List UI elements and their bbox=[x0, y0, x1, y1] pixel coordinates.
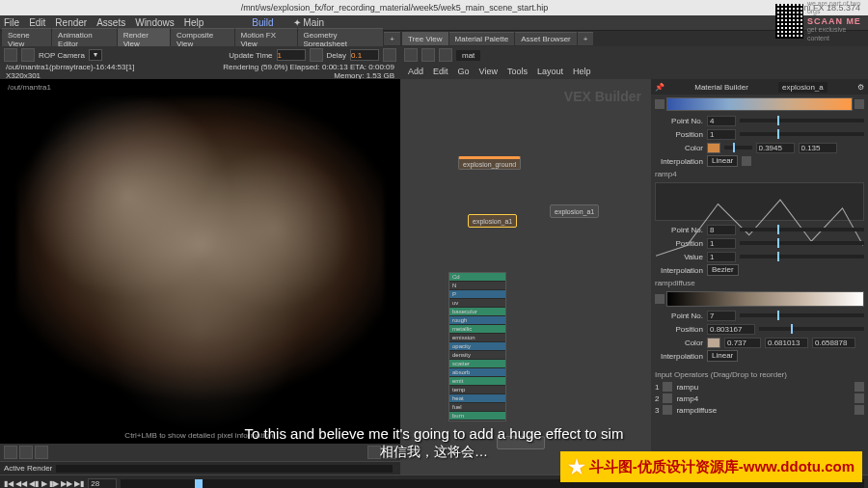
list-item[interactable]: uv bbox=[449, 299, 505, 308]
node-explosion-ground[interactable]: explosion_ground bbox=[458, 156, 521, 170]
list-item[interactable]: burn bbox=[449, 412, 505, 420]
compare-icon[interactable] bbox=[19, 446, 33, 459]
rd-pointno-input[interactable] bbox=[707, 311, 736, 321]
playback-controls[interactable]: ▮◀ ◀◀ ◀▮ ▶ ▮▶ ▶▶ ▶▮ bbox=[4, 479, 84, 488]
jump-icon[interactable] bbox=[854, 382, 864, 392]
input-op-row[interactable]: 1 rampu bbox=[655, 381, 864, 393]
jump-icon[interactable] bbox=[854, 393, 864, 403]
menu-edit[interactable]: Edit bbox=[29, 17, 45, 28]
add-point-icon-2[interactable] bbox=[655, 294, 665, 304]
rampu-color-slider[interactable] bbox=[724, 146, 752, 149]
add-point-icon[interactable] bbox=[655, 99, 665, 109]
list-item[interactable]: basecolor bbox=[449, 308, 505, 316]
ramp4-position-slider[interactable] bbox=[740, 241, 864, 245]
settings-icon[interactable] bbox=[383, 48, 396, 62]
ramp-options-icon[interactable] bbox=[854, 99, 864, 109]
list-item[interactable]: absorb bbox=[449, 368, 505, 377]
forward-icon[interactable] bbox=[421, 48, 435, 62]
tab-add[interactable]: + bbox=[384, 32, 400, 45]
list-item[interactable]: heat bbox=[449, 394, 505, 403]
back-icon[interactable] bbox=[404, 48, 418, 62]
list-item[interactable]: fuel bbox=[449, 403, 505, 412]
rampu-color-swatch[interactable] bbox=[707, 143, 720, 153]
rd-c2-input[interactable] bbox=[765, 338, 808, 348]
stop-render-icon[interactable] bbox=[21, 48, 35, 62]
net-menu-tools[interactable]: Tools bbox=[507, 67, 528, 76]
list-item[interactable]: scatter bbox=[449, 360, 505, 368]
rampu-c1-input[interactable] bbox=[756, 143, 795, 153]
ramp4-curve-editor[interactable] bbox=[655, 182, 864, 221]
list-item[interactable]: P bbox=[449, 290, 505, 299]
net-menu-go[interactable]: Go bbox=[458, 67, 470, 76]
list-item[interactable]: density bbox=[449, 351, 505, 360]
qr-brand: SCAAN ME bbox=[807, 16, 861, 26]
rampu-interp-select[interactable]: Linear bbox=[707, 155, 738, 167]
list-item[interactable]: emission bbox=[449, 334, 505, 342]
list-item[interactable]: emit bbox=[449, 377, 505, 386]
delay-input[interactable] bbox=[350, 49, 379, 61]
home-icon[interactable] bbox=[439, 48, 452, 62]
list-item[interactable]: temp bbox=[449, 386, 505, 394]
network-path-text[interactable]: mat bbox=[456, 50, 480, 61]
rampu-pointno-input[interactable] bbox=[707, 116, 736, 126]
jump-icon[interactable] bbox=[854, 405, 864, 415]
current-frame-input[interactable] bbox=[88, 478, 117, 488]
menu-render[interactable]: Render bbox=[55, 17, 87, 28]
node-inputs-list[interactable]: CdN Puv basecolorrough metallicemission … bbox=[448, 272, 506, 421]
net-menu-edit[interactable]: Edit bbox=[433, 67, 448, 76]
rd-position-slider[interactable] bbox=[759, 327, 864, 331]
input-op-row[interactable]: 3 rampdiffuse bbox=[655, 404, 864, 416]
rd-pointno-slider[interactable] bbox=[740, 313, 864, 317]
render-viewport[interactable]: /out/mantra1 Ctrl+LMB to show detailed p… bbox=[0, 79, 400, 444]
ramp4-value-slider[interactable] bbox=[740, 255, 864, 258]
main-desktop-label[interactable]: ✦ Main bbox=[293, 17, 324, 28]
apply-all-icon[interactable] bbox=[742, 156, 751, 166]
list-item[interactable]: rough bbox=[449, 316, 505, 325]
snapshot-icon[interactable] bbox=[4, 446, 17, 459]
playhead[interactable] bbox=[195, 479, 203, 489]
render-history-strip[interactable] bbox=[56, 465, 393, 473]
tab-asset-browser[interactable]: Asset Browser bbox=[515, 32, 577, 45]
tab-tree-view[interactable]: Tree View bbox=[402, 32, 448, 45]
rd-interp-select[interactable]: Linear bbox=[707, 350, 738, 362]
rampu-c2-input[interactable] bbox=[799, 143, 837, 153]
menu-file[interactable]: File bbox=[4, 17, 19, 28]
render-button-icon[interactable] bbox=[4, 48, 17, 62]
rd-c3-input[interactable] bbox=[812, 338, 855, 348]
build-desktop-button[interactable]: Build bbox=[252, 17, 273, 28]
rd-position-input[interactable] bbox=[707, 324, 755, 335]
node-explosion-a1[interactable]: explosion_a1 bbox=[550, 204, 599, 218]
frame-input[interactable] bbox=[277, 49, 306, 61]
rampu-position-slider[interactable] bbox=[740, 132, 864, 136]
menu-assets[interactable]: Assets bbox=[96, 17, 125, 28]
color-correct-icon[interactable] bbox=[367, 446, 381, 459]
params-node-name[interactable]: explosion_a bbox=[778, 82, 827, 93]
net-menu-help[interactable]: Help bbox=[573, 67, 591, 76]
rd-c1-input[interactable] bbox=[724, 338, 761, 348]
rd-color-swatch[interactable] bbox=[707, 338, 720, 348]
list-item[interactable]: metallic bbox=[449, 325, 505, 334]
node-explosion-a1-selected[interactable]: explosion_a1 bbox=[468, 214, 517, 228]
net-menu-add[interactable]: Add bbox=[408, 67, 423, 76]
gear-icon[interactable]: ⚙ bbox=[857, 83, 864, 92]
lock-icon[interactable] bbox=[35, 446, 48, 459]
list-item[interactable]: Cd bbox=[449, 273, 505, 282]
pin-icon[interactable]: 📌 bbox=[655, 83, 665, 92]
rampu-pointno-slider[interactable] bbox=[740, 119, 864, 122]
list-item[interactable]: opacity bbox=[449, 342, 505, 351]
rampu-gradient[interactable] bbox=[666, 97, 853, 111]
camera-select[interactable]: ▾ bbox=[89, 49, 102, 61]
tab-material-palette[interactable]: Material Palette bbox=[449, 32, 515, 45]
tab-add-right[interactable]: + bbox=[578, 32, 594, 45]
menu-windows[interactable]: Windows bbox=[135, 17, 175, 28]
net-menu-view[interactable]: View bbox=[479, 67, 498, 76]
rampu-position-input[interactable] bbox=[707, 129, 736, 140]
network-editor[interactable]: VEX Builder explosion_ground explosion_a… bbox=[400, 79, 651, 474]
input-op-row[interactable]: 2 ramp4 bbox=[655, 393, 864, 404]
rampdiffuse-gradient[interactable] bbox=[666, 291, 864, 307]
list-item[interactable]: N bbox=[449, 282, 505, 290]
refresh-icon[interactable] bbox=[310, 48, 323, 62]
ramp4-pointno-slider[interactable] bbox=[740, 228, 864, 231]
menu-help[interactable]: Help bbox=[184, 17, 204, 28]
net-menu-layout[interactable]: Layout bbox=[537, 67, 563, 76]
